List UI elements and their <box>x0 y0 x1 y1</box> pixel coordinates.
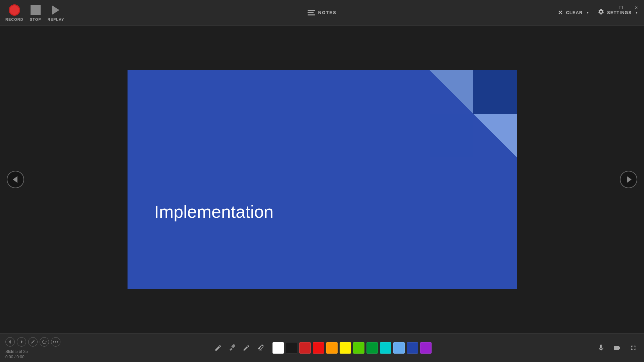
drawing-tools <box>213 343 266 353</box>
notes-button[interactable]: NOTES <box>307 10 337 15</box>
mini-refresh-button[interactable] <box>40 337 49 347</box>
microphone-button[interactable] <box>596 343 606 353</box>
topbar-right-controls: ✕ CLEAR ▼ SETTINGS ▼ <box>558 8 639 17</box>
highlighter-tool[interactable] <box>227 343 238 353</box>
transport-controls: RECORD STOP REPLAY <box>5 4 64 21</box>
slide-title: Implementation <box>154 202 274 222</box>
fullscreen-icon <box>630 344 637 352</box>
pencil-tool[interactable] <box>213 343 224 353</box>
mini-more-button[interactable]: ••• <box>51 337 60 347</box>
next-arrow-icon <box>627 176 632 183</box>
mini-pen-icon <box>31 340 35 344</box>
notes-label: NOTES <box>318 10 337 15</box>
svg-marker-1 <box>430 70 473 114</box>
mini-prev-icon <box>8 340 12 344</box>
color-orange[interactable] <box>326 342 338 354</box>
pencil-icon <box>214 344 222 352</box>
color-dark-green[interactable] <box>366 342 378 354</box>
settings-dropdown-arrow: ▼ <box>635 11 639 14</box>
svg-marker-4 <box>9 340 11 344</box>
color-palette <box>273 342 432 354</box>
color-black[interactable] <box>286 342 297 354</box>
notes-icon <box>307 10 315 15</box>
slide-decoration <box>430 70 517 157</box>
stop-icon <box>30 4 42 16</box>
eraser-icon <box>257 344 264 352</box>
replay-label: REPLAY <box>48 17 64 21</box>
stop-button[interactable]: STOP <box>30 4 42 21</box>
slide-display: Implementation <box>128 70 517 289</box>
camera-button[interactable] <box>612 343 623 353</box>
prev-arrow-icon <box>13 176 17 183</box>
record-icon <box>8 4 20 16</box>
mini-prev-button[interactable] <box>5 337 15 347</box>
color-green[interactable] <box>353 342 364 354</box>
clear-dropdown-arrow: ▼ <box>586 11 590 14</box>
color-purple[interactable] <box>420 342 432 354</box>
replay-icon <box>50 4 62 16</box>
camera-icon <box>613 344 621 352</box>
main-area: Implementation <box>0 25 644 333</box>
bottom-right-controls <box>596 343 639 353</box>
pen-icon <box>243 344 250 352</box>
mini-next-button[interactable] <box>17 337 26 347</box>
record-button[interactable]: RECORD <box>5 4 23 21</box>
pen-tool[interactable] <box>241 343 252 353</box>
color-teal[interactable] <box>380 342 391 354</box>
slide-count: Slide 5 of 25 <box>5 349 28 354</box>
fullscreen-button[interactable] <box>628 343 639 353</box>
slide-time: 0:00 / 0:00 <box>5 355 28 359</box>
mini-slide-controls: ••• <box>5 337 60 347</box>
color-red[interactable] <box>313 342 324 354</box>
svg-rect-3 <box>430 114 473 157</box>
topbar: ─ ❐ ✕ RECORD STOP REPLAY <box>0 0 644 25</box>
bottombar: ••• Slide 5 of 25 0:00 / 0:00 <box>0 333 644 362</box>
color-light-blue[interactable] <box>393 342 405 354</box>
clear-button[interactable]: ✕ CLEAR ▼ <box>558 9 590 16</box>
svg-rect-0 <box>473 70 517 114</box>
highlighter-icon <box>229 344 236 352</box>
replay-button[interactable]: REPLAY <box>48 4 64 21</box>
drawing-tools-area <box>213 342 432 354</box>
slide-info: Slide 5 of 25 0:00 / 0:00 <box>5 349 28 359</box>
svg-marker-2 <box>473 114 517 157</box>
microphone-icon <box>597 344 605 352</box>
settings-label: SETTINGS <box>607 10 632 15</box>
clear-icon: ✕ <box>558 9 563 16</box>
settings-button[interactable]: SETTINGS ▼ <box>598 8 639 17</box>
mini-next-icon <box>19 340 24 344</box>
clear-label: CLEAR <box>566 10 583 15</box>
eraser-tool[interactable] <box>255 343 266 353</box>
color-white[interactable] <box>273 342 284 354</box>
mini-refresh-icon <box>42 340 47 344</box>
svg-marker-6 <box>46 341 47 342</box>
svg-marker-5 <box>21 340 22 344</box>
settings-icon <box>598 8 604 17</box>
record-label: RECORD <box>5 17 23 21</box>
stop-label: STOP <box>30 17 41 21</box>
color-dark-blue[interactable] <box>407 342 418 354</box>
next-slide-button[interactable] <box>620 171 637 188</box>
mini-more-icon: ••• <box>53 339 59 345</box>
color-dark-red[interactable] <box>299 342 311 354</box>
prev-slide-button[interactable] <box>7 171 24 188</box>
mini-pen-button[interactable] <box>28 337 38 347</box>
color-yellow[interactable] <box>340 342 351 354</box>
